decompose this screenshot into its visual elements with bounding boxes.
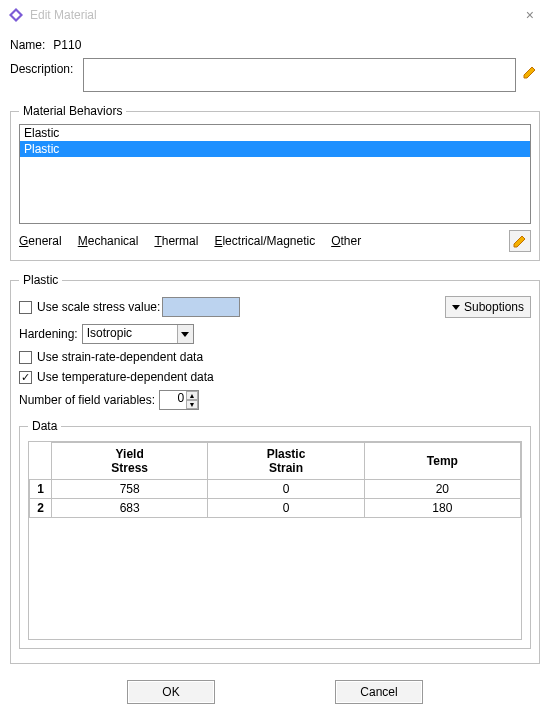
chevron-down-icon <box>181 332 189 337</box>
behaviors-list[interactable]: Elastic Plastic <box>19 124 531 224</box>
temp-dependent-label: Use temperature-dependent data <box>37 370 214 384</box>
col-header-strain[interactable]: PlasticStrain <box>208 443 364 480</box>
description-label: Description: <box>10 58 73 76</box>
menu-general[interactable]: General <box>19 234 62 248</box>
row-header-blank <box>30 443 52 480</box>
cell-temp[interactable]: 20 <box>364 480 520 499</box>
cell-strain[interactable]: 0 <box>208 499 364 518</box>
scale-value-input[interactable] <box>162 297 240 317</box>
row-number: 2 <box>30 499 52 518</box>
name-value: P110 <box>53 38 81 52</box>
suboptions-button[interactable]: Suboptions <box>445 296 531 318</box>
field-vars-label: Number of field variables: <box>19 393 155 407</box>
material-behaviors-group: Material Behaviors Elastic Plastic Gener… <box>10 104 540 261</box>
table-row[interactable]: 1 758 0 20 <box>30 480 521 499</box>
col-header-yield[interactable]: YieldStress <box>52 443 208 480</box>
table-row[interactable]: 2 683 0 180 <box>30 499 521 518</box>
strain-rate-label: Use strain-rate-dependent data <box>37 350 203 364</box>
close-icon[interactable]: × <box>518 3 542 27</box>
field-vars-spin-down[interactable]: ▼ <box>186 400 198 409</box>
hardening-dropdown-button[interactable] <box>177 325 193 343</box>
cell-yield[interactable]: 683 <box>52 499 208 518</box>
chevron-down-icon <box>452 305 460 310</box>
cancel-button[interactable]: Cancel <box>335 680 423 704</box>
menu-other[interactable]: Other <box>331 234 361 248</box>
hardening-label: Hardening: <box>19 327 78 341</box>
data-table[interactable]: YieldStress PlasticStrain Temp 1 758 0 2… <box>29 442 521 518</box>
behaviors-edit-button[interactable] <box>509 230 531 252</box>
field-vars-spin-up[interactable]: ▲ <box>186 391 198 400</box>
behaviors-item-elastic[interactable]: Elastic <box>20 125 530 141</box>
strain-rate-checkbox[interactable] <box>19 351 32 364</box>
window-title: Edit Material <box>30 8 97 22</box>
cell-yield[interactable]: 758 <box>52 480 208 499</box>
menu-thermal[interactable]: Thermal <box>154 234 198 248</box>
plastic-group: Plastic Use scale stress value: Suboptio… <box>10 273 540 664</box>
title-bar: Edit Material × <box>0 0 550 30</box>
temp-dependent-checkbox[interactable] <box>19 371 32 384</box>
col-header-temp[interactable]: Temp <box>364 443 520 480</box>
behaviors-item-plastic[interactable]: Plastic <box>20 141 530 157</box>
app-icon <box>8 7 24 23</box>
pencil-icon[interactable] <box>522 64 540 82</box>
name-label: Name: <box>10 38 45 52</box>
material-behaviors-legend: Material Behaviors <box>19 104 126 118</box>
use-scale-checkbox[interactable] <box>19 301 32 314</box>
data-legend: Data <box>28 419 61 433</box>
ok-button[interactable]: OK <box>127 680 215 704</box>
menu-electrical[interactable]: Electrical/Magnetic <box>214 234 315 248</box>
plastic-legend: Plastic <box>19 273 62 287</box>
row-number: 1 <box>30 480 52 499</box>
menu-mechanical[interactable]: Mechanical <box>78 234 139 248</box>
description-input[interactable] <box>83 58 516 92</box>
cell-temp[interactable]: 180 <box>364 499 520 518</box>
cell-strain[interactable]: 0 <box>208 480 364 499</box>
data-group: Data YieldStress PlasticStrain Temp <box>19 419 531 649</box>
use-scale-label: Use scale stress value: <box>37 300 160 314</box>
